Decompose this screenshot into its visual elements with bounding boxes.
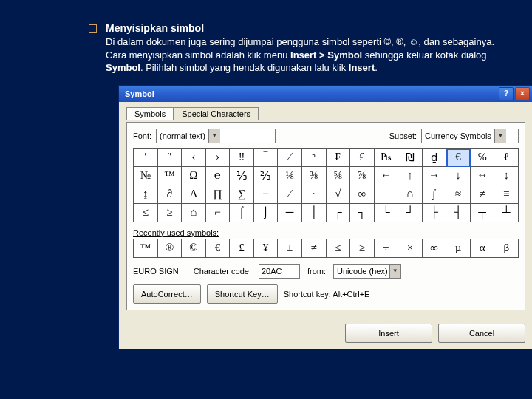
- symbol-cell[interactable]: ─: [278, 204, 302, 222]
- symbol-cell[interactable]: ₤: [350, 149, 375, 167]
- symbol-cell[interactable]: №: [134, 167, 158, 185]
- symbol-cell[interactable]: √: [327, 185, 351, 204]
- symbol-cell[interactable]: ┴: [494, 204, 519, 222]
- dialog-titlebar[interactable]: Symbol ? ×: [119, 86, 532, 102]
- symbol-cell[interactable]: €: [446, 149, 471, 167]
- character-code-input[interactable]: 20AC: [259, 264, 300, 279]
- symbol-cell[interactable]: ⅜: [302, 167, 327, 185]
- symbol-cell[interactable]: ┘: [398, 204, 423, 222]
- symbol-cell[interactable]: ⅛: [278, 167, 302, 185]
- symbol-cell[interactable]: ┌: [327, 204, 351, 222]
- symbol-cell[interactable]: ₧: [375, 149, 399, 167]
- symbol-cell[interactable]: ⅔: [254, 167, 279, 185]
- recent-symbol-cell[interactable]: ÷: [375, 239, 399, 258]
- symbol-cell[interactable]: └: [375, 204, 399, 222]
- symbol-cell[interactable]: ℅: [471, 149, 495, 167]
- symbol-cell[interactable]: ∕: [278, 185, 302, 204]
- symbol-cell[interactable]: ↔: [471, 167, 495, 185]
- symbol-cell[interactable]: │: [302, 204, 327, 222]
- shortcut-key-button[interactable]: Shortcut Key…: [207, 284, 278, 304]
- recent-symbol-cell[interactable]: µ: [446, 239, 471, 258]
- symbol-cell[interactable]: ∑: [230, 185, 254, 204]
- symbol-cell[interactable]: ∆: [182, 185, 206, 204]
- symbol-cell[interactable]: ₣: [327, 149, 351, 167]
- symbol-cell[interactable]: ≤: [134, 204, 158, 222]
- symbol-cell[interactable]: ┤: [446, 204, 471, 222]
- symbol-cell[interactable]: ↓: [446, 167, 471, 185]
- recent-symbol-cell[interactable]: ±: [278, 239, 302, 258]
- symbol-cell[interactable]: ≈: [446, 185, 471, 204]
- symbol-cell[interactable]: ⌠: [230, 204, 254, 222]
- symbol-cell[interactable]: ≥: [158, 204, 183, 222]
- chevron-down-icon: ▼: [208, 129, 220, 143]
- symbol-cell[interactable]: ⅝: [327, 167, 351, 185]
- symbol-cell[interactable]: ₪: [398, 149, 423, 167]
- insert-button[interactable]: Insert: [345, 324, 432, 343]
- symbol-cell[interactable]: ⅓: [230, 167, 254, 185]
- symbol-cell[interactable]: ‾: [254, 149, 279, 167]
- tab-symbols[interactable]: Symbols: [126, 107, 174, 120]
- symbol-cell[interactable]: ™: [158, 167, 183, 185]
- symbol-grid[interactable]: ′″‹›‼‾⁄ⁿ₣₤₧₪₫€℅ℓ№™Ω℮⅓⅔⅛⅜⅝⅞←↑→↓↔↕↨∂∆∏∑−∕∙…: [133, 148, 519, 222]
- symbol-cell[interactable]: ℮: [206, 167, 231, 185]
- tab-special-characters[interactable]: Special Characters: [174, 107, 259, 120]
- symbol-cell[interactable]: ∂: [158, 185, 183, 204]
- recent-symbol-cell[interactable]: £: [230, 239, 254, 258]
- recent-symbol-cell[interactable]: ®: [158, 239, 183, 258]
- symbol-cell[interactable]: ├: [423, 204, 447, 222]
- symbol-cell[interactable]: →: [423, 167, 447, 185]
- recent-symbol-cell[interactable]: β: [494, 239, 519, 258]
- symbol-cell[interactable]: ∫: [423, 185, 447, 204]
- symbol-cell[interactable]: ⌡: [254, 204, 279, 222]
- recent-symbol-cell[interactable]: ™: [134, 239, 158, 258]
- symbol-cell[interactable]: ↨: [134, 185, 158, 204]
- symbol-cell[interactable]: ←: [375, 167, 399, 185]
- symbol-cell[interactable]: ‹: [182, 149, 206, 167]
- symbol-cell[interactable]: ┐: [350, 204, 375, 222]
- symbol-cell[interactable]: ℓ: [494, 149, 519, 167]
- symbol-cell[interactable]: ∩: [398, 185, 423, 204]
- cancel-button[interactable]: Cancel: [438, 324, 525, 343]
- symbol-cell[interactable]: ↕: [494, 167, 519, 185]
- symbol-cell[interactable]: ′: [134, 149, 158, 167]
- symbol-cell[interactable]: ≠: [471, 185, 495, 204]
- symbol-cell[interactable]: ₫: [423, 149, 447, 167]
- symbol-cell[interactable]: ›: [206, 149, 231, 167]
- body-b1: Insert > Symbol: [290, 50, 362, 61]
- autocorrect-button[interactable]: AutoCorrect…: [133, 284, 201, 304]
- font-value: (normal text): [157, 132, 208, 140]
- symbol-cell[interactable]: ∏: [206, 185, 231, 204]
- symbol-cell[interactable]: ⁿ: [302, 149, 327, 167]
- symbol-cell[interactable]: −: [254, 185, 279, 204]
- recent-symbol-cell[interactable]: ©: [182, 239, 206, 258]
- recent-symbol-cell[interactable]: ≥: [350, 239, 375, 258]
- recent-symbol-cell[interactable]: ×: [398, 239, 423, 258]
- recent-symbol-cell[interactable]: ∞: [423, 239, 447, 258]
- symbol-cell[interactable]: Ω: [182, 167, 206, 185]
- recent-symbol-cell[interactable]: α: [471, 239, 495, 258]
- symbol-cell[interactable]: ⌂: [182, 204, 206, 222]
- recent-grid[interactable]: ™®©€£¥±≠≤≥÷×∞µαβ: [133, 239, 519, 258]
- close-button[interactable]: ×: [515, 87, 530, 100]
- symbol-cell[interactable]: ≡: [494, 185, 519, 204]
- symbol-cell[interactable]: ∙: [302, 185, 327, 204]
- symbol-cell[interactable]: ┬: [471, 204, 495, 222]
- help-button[interactable]: ?: [499, 87, 514, 100]
- font-select[interactable]: (normal text) ▼: [156, 129, 276, 143]
- from-select[interactable]: Unicode (hex) ▼: [333, 264, 401, 279]
- subset-select[interactable]: Currency Symbols ▼: [421, 129, 519, 143]
- symbol-cell[interactable]: ″: [158, 149, 183, 167]
- symbol-cell[interactable]: ∟: [375, 185, 399, 204]
- from-label: from:: [307, 267, 326, 276]
- symbol-cell[interactable]: ⅞: [350, 167, 375, 185]
- recent-symbol-cell[interactable]: ≠: [302, 239, 327, 258]
- symbol-cell[interactable]: ⁄: [278, 149, 302, 167]
- recent-symbol-cell[interactable]: ¥: [254, 239, 279, 258]
- symbol-cell[interactable]: ↑: [398, 167, 423, 185]
- recent-symbol-cell[interactable]: ≤: [327, 239, 351, 258]
- symbol-cell[interactable]: ‼: [230, 149, 254, 167]
- recent-symbol-cell[interactable]: €: [206, 239, 231, 258]
- symbol-cell[interactable]: ⌐: [206, 204, 231, 222]
- slide-heading: Menyisipkan simbol: [106, 22, 502, 34]
- symbol-cell[interactable]: ∞: [350, 185, 375, 204]
